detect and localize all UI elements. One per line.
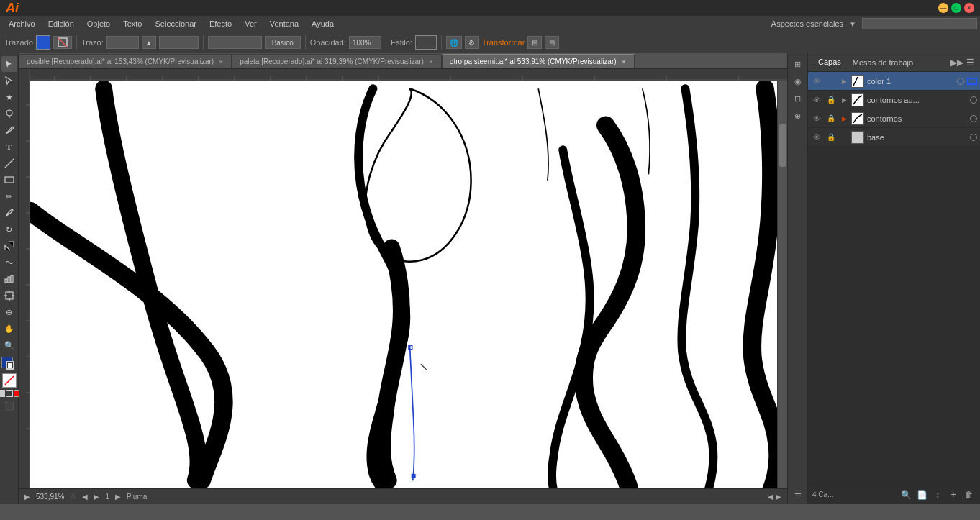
tab-0[interactable]: posible [Recuperado].ai* al 153,43% (CMY… <box>19 54 232 68</box>
tab-2-close[interactable]: ✕ <box>621 58 627 65</box>
transformar-label: Transformar <box>482 38 525 47</box>
add-layer-btn[interactable]: + <box>947 488 960 501</box>
right-icon-bottom[interactable]: ☰ <box>790 485 806 501</box>
layer-3-expand[interactable] <box>840 133 848 142</box>
menu-texto[interactable]: Texto <box>117 18 148 29</box>
right-icon-4[interactable]: ⊕ <box>790 108 806 124</box>
layer-3-circle <box>970 134 977 141</box>
workspace-dropdown-icon[interactable]: ▼ <box>849 20 856 28</box>
layer-row-1[interactable]: 👁 🔒 ▶ contornos au... <box>808 91 980 109</box>
menu-efecto[interactable]: Efecto <box>204 18 237 29</box>
layer-0-lock[interactable] <box>825 76 837 87</box>
pen-tool[interactable] <box>1 122 17 138</box>
artboard-end[interactable]: ▶ <box>115 493 121 501</box>
warp-tool[interactable] <box>1 255 17 270</box>
menu-archivo[interactable]: Archivo <box>3 18 41 29</box>
settings-icon[interactable]: ⚙ <box>465 36 479 49</box>
maximize-button[interactable]: □ <box>951 3 961 13</box>
scroll-thumb[interactable] <box>779 124 786 167</box>
fill-stroke-indicator[interactable] <box>1 357 17 373</box>
basico-label[interactable]: Básico <box>265 36 301 49</box>
menu-ventana[interactable]: Ventana <box>264 18 304 29</box>
no-color-swatch[interactable] <box>2 373 17 388</box>
prev-artboard[interactable]: ◀ <box>82 493 88 501</box>
trazo-input[interactable] <box>106 36 139 49</box>
status-bar: ▶ 533,91% % ◀ ▶ 1 ▶ Pluma ◀ ▶ <box>19 488 787 504</box>
minimize-button[interactable]: — <box>938 3 948 13</box>
tab-2[interactable]: otro pa steemit.ai* al 533,91% (CMYK/Pre… <box>442 54 635 68</box>
delete-layer-btn[interactable]: 🗑 <box>963 488 976 501</box>
right-icon-3[interactable]: ⊟ <box>790 91 806 106</box>
layer-2-lock[interactable]: 🔒 <box>825 113 837 124</box>
panel-options[interactable]: ☰ <box>966 58 974 68</box>
layer-1-lock[interactable]: 🔒 <box>825 94 837 106</box>
estilo-swatch[interactable] <box>415 35 437 50</box>
new-layer-btn[interactable]: 📄 <box>915 488 928 501</box>
lasso-tool[interactable] <box>1 106 17 122</box>
color-icon[interactable] <box>0 390 5 397</box>
layer-1-expand[interactable]: ▶ <box>840 96 848 104</box>
layer-1-eye[interactable]: 👁 <box>811 94 822 106</box>
direct-selection-tool[interactable] <box>1 73 17 88</box>
menu-ver[interactable]: Ver <box>239 18 263 29</box>
layer-2-expand[interactable]: ▶ <box>840 114 848 123</box>
rectangle-tool[interactable] <box>1 172 17 188</box>
panel-menu-arrow[interactable]: ▶▶ <box>950 58 963 68</box>
layer-row-0[interactable]: 👁 ▶ color 1 <box>808 72 980 91</box>
trazo-value-input[interactable] <box>159 36 199 49</box>
find-layer-btn[interactable]: 🔍 <box>899 488 912 501</box>
layer-row-3[interactable]: 👁 🔒 base <box>808 128 980 147</box>
right-icon-1[interactable]: ⊞ <box>790 56 806 72</box>
fill-swatch[interactable] <box>36 35 50 50</box>
hand-tool[interactable]: ✋ <box>1 321 17 337</box>
menu-seleccionar[interactable]: Seleccionar <box>149 18 201 29</box>
layer-row-2[interactable]: 👁 🔒 ▶ contornos <box>808 109 980 128</box>
graph-tool[interactable] <box>1 271 17 287</box>
world-icon[interactable]: 🌐 <box>446 36 462 49</box>
type-tool[interactable]: T <box>1 139 17 155</box>
magic-wand-tool[interactable]: ★ <box>1 89 17 105</box>
status-arrows[interactable]: ◀ ▶ <box>768 493 781 501</box>
next-artboard[interactable]: ▶ <box>94 493 99 501</box>
stroke-style-input[interactable] <box>208 36 262 49</box>
tab-1[interactable]: paleta [Recuperado].ai* al 319,39% (CMYK… <box>232 54 442 68</box>
rotate-tool[interactable]: ↻ <box>1 222 17 237</box>
ruler-left <box>19 69 30 488</box>
vertical-scrollbar[interactable] <box>777 81 787 488</box>
layer-0-eye[interactable]: 👁 <box>811 76 822 87</box>
screen-mode[interactable]: ⬛ <box>1 398 17 414</box>
canvas-area[interactable]: posible [Recuperado].ai* al 153,43% (CMY… <box>19 53 787 504</box>
zoom-tool[interactable]: 🔍 <box>1 337 17 353</box>
white-canvas[interactable] <box>30 81 777 488</box>
tab-0-close[interactable]: ✕ <box>218 58 224 65</box>
gradient-icon[interactable] <box>6 390 13 397</box>
artboards-tab[interactable]: Mesas de trabajo <box>848 57 917 68</box>
slice-tool[interactable]: ⊕ <box>1 304 17 320</box>
stroke-indicator[interactable] <box>53 36 72 49</box>
tab-1-close[interactable]: ✕ <box>428 58 434 65</box>
menu-edicion[interactable]: Edición <box>42 18 80 29</box>
paintbrush-tool[interactable] <box>1 205 17 221</box>
transform-btn[interactable]: ⊞ <box>527 36 542 49</box>
opacidad-input[interactable] <box>349 36 381 49</box>
menu-objeto[interactable]: Objeto <box>81 18 116 29</box>
layer-0-expand[interactable]: ▶ <box>840 77 848 86</box>
move-to-btn[interactable]: ↕ <box>931 488 944 501</box>
menu-ayuda[interactable]: Ayuda <box>306 18 340 29</box>
scale-tool[interactable] <box>1 238 17 254</box>
pencil-tool[interactable]: ✏ <box>1 188 17 204</box>
close-button[interactable]: ✕ <box>964 3 974 13</box>
toolbox: ★ T ✏ ↻ ⊕ ✋ 🔍 <box>0 53 19 504</box>
trazo-up[interactable]: ▲ <box>142 36 156 49</box>
layers-tab[interactable]: Capas <box>814 56 845 68</box>
drawing-canvas[interactable] <box>19 69 787 488</box>
layer-3-eye[interactable]: 👁 <box>811 132 822 143</box>
right-icon-2[interactable]: ◉ <box>790 73 806 89</box>
search-input[interactable] <box>862 18 977 29</box>
layer-3-lock[interactable]: 🔒 <box>825 132 837 143</box>
layer-2-eye[interactable]: 👁 <box>811 113 822 124</box>
artboard-tool[interactable] <box>1 288 17 304</box>
selection-tool[interactable] <box>1 56 17 72</box>
line-tool[interactable] <box>1 155 17 171</box>
align-btn[interactable]: ⊟ <box>545 36 559 49</box>
